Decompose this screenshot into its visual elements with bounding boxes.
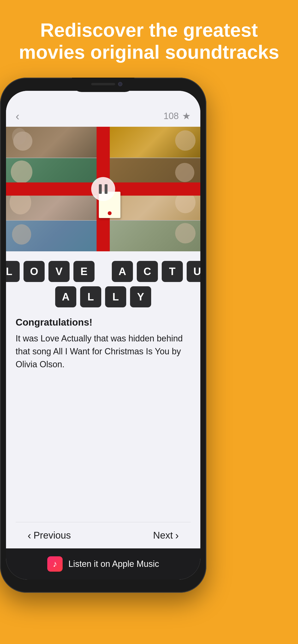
- tile-U: U: [187, 261, 200, 282]
- back-chevron-icon: ‹: [16, 110, 20, 123]
- star-icon: ★: [182, 110, 191, 122]
- content-area: L O V E A C T U A L L: [6, 251, 200, 548]
- wax-seal: [108, 211, 112, 215]
- apple-music-icon: ♪: [47, 556, 63, 572]
- tile-T: T: [162, 261, 183, 282]
- previous-label: Previous: [34, 530, 71, 541]
- next-chevron-icon: ›: [175, 530, 179, 542]
- apple-music-bar[interactable]: ♪ Listen it on Apple Music: [6, 548, 200, 580]
- tile-Y: Y: [130, 286, 151, 308]
- tile-V: V: [49, 261, 70, 282]
- congrats-title: Congratulations!: [16, 317, 191, 328]
- phone-screen: ‹ 108 ★: [6, 91, 200, 580]
- movie-cell-7: [6, 221, 103, 252]
- movie-image: [6, 127, 200, 251]
- congrats-section: Congratulations! It was Love Actually th…: [16, 317, 191, 522]
- tile-A: A: [112, 261, 133, 282]
- tiles-row-1: L O V E A C T U: [6, 261, 200, 282]
- pause-bar-left: [99, 184, 102, 194]
- tile-L: L: [6, 261, 20, 282]
- movie-cell-5: [6, 189, 103, 220]
- tile-C: C: [137, 261, 158, 282]
- apple-music-label: Listen it on Apple Music: [68, 559, 159, 569]
- tiles-section: L O V E A C T U A L L: [16, 261, 191, 308]
- tile-E: E: [73, 261, 95, 282]
- tile-O: O: [24, 261, 45, 282]
- status-bar: [6, 91, 200, 105]
- app-header: ‹ 108 ★: [6, 105, 200, 127]
- tiles-row-2: A L L Y: [55, 286, 151, 308]
- movie-cell-4: [103, 158, 200, 189]
- page-title: Rediscover the greatest movies original …: [0, 0, 298, 78]
- navigation-bar: ‹ Previous Next ›: [16, 522, 191, 548]
- page-background: Rediscover the greatest movies original …: [0, 0, 298, 593]
- music-note-icon: ♪: [53, 559, 57, 569]
- prev-chevron-icon: ‹: [28, 530, 31, 542]
- movie-cell-8: [103, 221, 200, 252]
- score-area: 108 ★: [164, 110, 191, 122]
- tile-A2: A: [55, 286, 76, 308]
- score-value: 108: [164, 111, 179, 121]
- tile-L2: L: [80, 286, 101, 308]
- movie-cell-2: [103, 127, 200, 158]
- phone-shell: ‹ 108 ★: [0, 78, 206, 593]
- play-pause-button[interactable]: [91, 177, 115, 201]
- congrats-text: It was Love Actually that was hidden beh…: [16, 332, 191, 371]
- next-label: Next: [153, 530, 173, 541]
- pause-bar-right: [105, 184, 107, 194]
- previous-button[interactable]: ‹ Previous: [28, 530, 71, 542]
- movie-cell-1: [6, 127, 103, 158]
- movie-cell-3: [6, 158, 103, 189]
- notch: [72, 91, 134, 92]
- tile-L3: L: [105, 286, 126, 308]
- pause-icon: [99, 184, 107, 194]
- next-button[interactable]: Next ›: [153, 530, 179, 542]
- back-button[interactable]: ‹: [16, 110, 20, 123]
